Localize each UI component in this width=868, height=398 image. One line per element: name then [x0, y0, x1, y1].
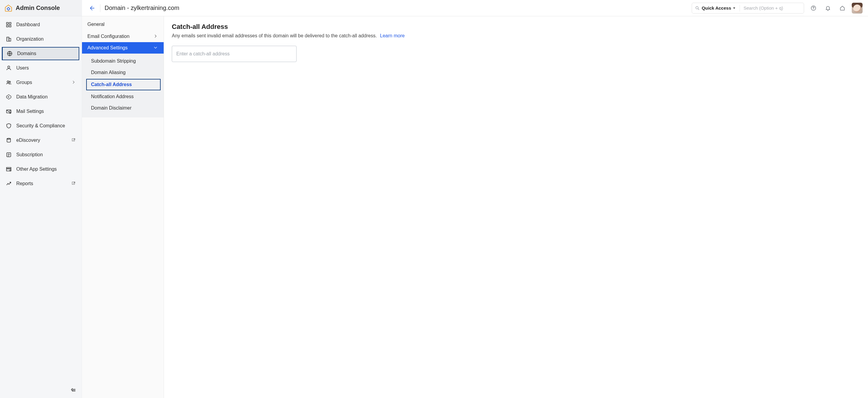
- page-title: Domain - zylkertraining.com: [104, 4, 179, 11]
- sidebar-item-label: Organization: [16, 36, 44, 42]
- app-title: Admin Console: [16, 4, 60, 11]
- globe-icon: [6, 50, 13, 57]
- subscription-icon: [5, 152, 12, 158]
- chevron-right-icon: [153, 34, 158, 39]
- svg-point-3: [813, 9, 814, 10]
- content-description: Any emails sent invalid email addresses …: [172, 33, 860, 38]
- user-icon: [5, 65, 12, 71]
- admin-console-logo-icon: [4, 4, 13, 12]
- settings-item-email-config[interactable]: Email Configuration: [82, 31, 164, 42]
- settings-item-label: General: [87, 22, 104, 27]
- sub-item-notification-address[interactable]: Notification Address: [82, 91, 164, 102]
- svg-rect-5: [9, 23, 11, 24]
- svg-rect-19: [7, 167, 11, 168]
- sidebar-collapse-button[interactable]: [70, 387, 77, 394]
- sub-item-domain-disclaimer[interactable]: Domain Disclaimer: [82, 102, 164, 114]
- sidebar-footer: [0, 383, 82, 398]
- sidebar-item-reports[interactable]: Reports: [0, 176, 82, 191]
- svg-rect-7: [9, 25, 11, 27]
- user-avatar[interactable]: [852, 3, 863, 13]
- sidebar-item-label: Domains: [17, 51, 36, 56]
- sidebar-item-groups[interactable]: Groups: [0, 75, 82, 90]
- help-button[interactable]: [808, 3, 818, 13]
- dashboard-icon: [5, 21, 12, 28]
- svg-point-0: [7, 7, 9, 10]
- shield-icon: [5, 123, 12, 129]
- apps-icon: [5, 166, 12, 172]
- sidebar-item-label: Subscription: [16, 152, 43, 158]
- reports-icon: [5, 180, 12, 187]
- sub-item-subdomain-stripping[interactable]: Subdomain Stripping: [82, 56, 164, 67]
- svg-rect-9: [9, 38, 11, 41]
- home-button[interactable]: [837, 3, 847, 13]
- chevron-right-icon: [71, 80, 76, 85]
- sidebar-item-domains[interactable]: Domains: [2, 47, 79, 60]
- settings-item-label: Advanced Settings: [87, 45, 127, 51]
- content-title: Catch-all Address: [172, 23, 860, 31]
- sidebar-item-label: Users: [16, 65, 29, 71]
- separator: [740, 5, 740, 11]
- separator: [100, 4, 100, 12]
- archive-icon: [5, 137, 12, 143]
- global-search-input[interactable]: [744, 5, 801, 10]
- content-area: Catch-all Address Any emails sent invali…: [164, 16, 868, 398]
- settings-panel: General Email Configuration Advanced Set…: [82, 16, 164, 398]
- sidebar-item-security[interactable]: Security & Compliance: [0, 119, 82, 133]
- building-icon: [5, 36, 12, 42]
- sidebar-item-mail-settings[interactable]: Mail Settings: [0, 104, 82, 119]
- migration-icon: [5, 94, 12, 100]
- users-icon: [5, 79, 12, 86]
- svg-rect-4: [7, 23, 8, 24]
- learn-more-link[interactable]: Learn more: [380, 33, 405, 38]
- sidebar-item-dashboard[interactable]: Dashboard: [0, 18, 82, 32]
- svg-point-11: [8, 66, 10, 68]
- sidebar-item-data-migration[interactable]: Data Migration: [0, 90, 82, 104]
- quick-access-dropdown[interactable]: Quick Access: [702, 5, 736, 10]
- sidebar-item-subscription[interactable]: Subscription: [0, 147, 82, 162]
- svg-point-21: [10, 170, 11, 171]
- sub-item-domain-aliasing[interactable]: Domain Aliasing: [82, 67, 164, 78]
- settings-item-general[interactable]: General: [82, 16, 164, 31]
- sidebar-item-label: Other App Settings: [16, 166, 57, 172]
- sidebar-nav: Dashboard Organization Domains Users: [0, 16, 82, 191]
- caret-down-icon: [733, 6, 736, 10]
- sidebar-item-users[interactable]: Users: [0, 61, 82, 75]
- sub-item-catch-all-address[interactable]: Catch-all Address: [86, 79, 161, 90]
- content-description-text: Any emails sent invalid email addresses …: [172, 33, 377, 38]
- sidebar-item-label: Reports: [16, 181, 33, 186]
- sidebar: Dashboard Organization Domains Users: [0, 16, 82, 398]
- main-layout: Dashboard Organization Domains Users: [0, 16, 868, 398]
- sidebar-item-label: Dashboard: [16, 22, 40, 27]
- mail-settings-icon: [5, 108, 12, 115]
- sidebar-item-label: Groups: [16, 80, 32, 85]
- topbar-right: Domain - zylkertraining.com Quick Access: [82, 0, 868, 16]
- search-icon: [695, 6, 700, 10]
- svg-rect-22: [72, 182, 74, 184]
- chevron-down-icon: [153, 45, 158, 50]
- svg-point-12: [7, 81, 9, 83]
- sidebar-item-label: Data Migration: [16, 94, 48, 100]
- sidebar-item-organization[interactable]: Organization: [0, 32, 82, 46]
- settings-item-advanced[interactable]: Advanced Settings: [82, 42, 164, 54]
- svg-rect-8: [7, 37, 9, 41]
- svg-rect-17: [72, 138, 74, 141]
- quick-access-label: Quick Access: [702, 5, 731, 10]
- external-link-icon: [71, 181, 76, 186]
- settings-item-label: Email Configuration: [87, 34, 130, 39]
- back-button[interactable]: [87, 4, 96, 12]
- sidebar-item-other-apps[interactable]: Other App Settings: [0, 162, 82, 176]
- sidebar-item-label: Security & Compliance: [16, 123, 65, 129]
- svg-point-13: [9, 81, 10, 83]
- sidebar-item-label: Mail Settings: [16, 109, 44, 114]
- svg-point-1: [696, 6, 698, 9]
- sidebar-item-label: eDiscovery: [16, 138, 40, 143]
- advanced-settings-submenu: Subdomain Stripping Domain Aliasing Catc…: [82, 54, 164, 118]
- catch-all-address-input[interactable]: [172, 46, 297, 62]
- svg-rect-6: [7, 25, 8, 27]
- topbar: Admin Console Domain - zylkertraining.co…: [0, 0, 868, 16]
- quick-search-box[interactable]: Quick Access: [692, 3, 804, 13]
- topbar-brand: Admin Console: [0, 0, 82, 16]
- notifications-button[interactable]: [823, 3, 833, 13]
- sidebar-item-ediscovery[interactable]: eDiscovery: [0, 133, 82, 147]
- external-link-icon: [71, 138, 76, 143]
